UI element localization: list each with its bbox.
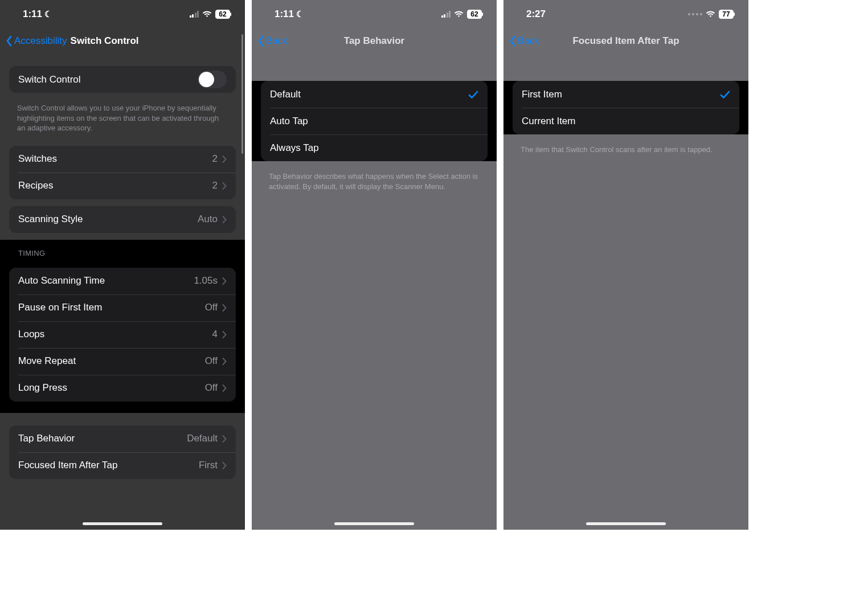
row-value: 1.05s	[194, 275, 218, 286]
option-always-tap[interactable]: Always Tap	[261, 134, 488, 161]
nav-bar: Back Tap Behavior	[252, 28, 497, 54]
screen-switch-control: 1:11 ☾ 62 Accessibility Switch Control S…	[0, 0, 245, 530]
option-label: Always Tap	[270, 142, 319, 154]
cellular-signal-icon	[441, 11, 451, 18]
switches-recipes-group: Switches 2 Recipes 2	[9, 146, 236, 199]
focused-item-footer: The item that Switch Control scans after…	[503, 141, 748, 161]
dnd-moon-icon: ☾	[44, 9, 52, 19]
switch-control-description: Switch Control allows you to use your iP…	[0, 100, 245, 139]
cellular-signal-icon	[190, 11, 199, 18]
option-default[interactable]: Default	[261, 81, 488, 108]
option-label: Current Item	[522, 116, 575, 127]
chevron-right-icon	[222, 384, 227, 392]
options-highlight-zone: First Item Current Item	[503, 81, 748, 134]
row-value: Off	[205, 382, 218, 394]
chevron-right-icon	[222, 155, 227, 163]
status-time: 1:11	[23, 9, 42, 20]
switch-control-toggle-row[interactable]: Switch Control	[9, 66, 236, 93]
auto-scanning-time-row[interactable]: Auto Scanning Time 1.05s	[9, 268, 236, 294]
scanning-style-group: Scanning Style Auto	[9, 206, 236, 233]
home-indicator[interactable]	[83, 522, 162, 525]
home-indicator[interactable]	[586, 522, 666, 525]
row-value: 4	[212, 329, 218, 340]
row-label: Move Repeat	[18, 355, 76, 367]
chevron-right-icon	[222, 358, 227, 365]
tap-behavior-group: Tap Behavior Default Focused Item After …	[9, 425, 236, 479]
row-value: Off	[205, 355, 218, 367]
switch-control-toggle-group: Switch Control	[9, 66, 236, 93]
tap-behavior-row[interactable]: Tap Behavior Default	[9, 425, 236, 452]
option-first-item[interactable]: First Item	[513, 81, 739, 108]
page-title: Tap Behavior	[344, 35, 404, 47]
battery-indicator: 77	[719, 10, 734, 19]
switch-control-toggle[interactable]	[198, 71, 227, 88]
pause-first-item-row[interactable]: Pause on First Item Off	[9, 294, 236, 321]
status-time: 1:11	[275, 9, 294, 20]
wifi-icon	[202, 10, 212, 18]
chevron-left-icon	[257, 35, 264, 47]
option-current-item[interactable]: Current Item	[513, 108, 739, 134]
row-label: Long Press	[18, 382, 67, 394]
move-repeat-row[interactable]: Move Repeat Off	[9, 348, 236, 375]
screen-tap-behavior: 1:11 ☾ 62 Back Tap Behavior Default	[252, 0, 497, 530]
battery-indicator: 62	[215, 10, 230, 19]
row-value: Auto	[198, 214, 218, 225]
chevron-right-icon	[222, 277, 227, 285]
chevron-right-icon	[222, 182, 227, 190]
row-label: Switches	[18, 153, 57, 165]
chevron-right-icon	[222, 462, 227, 469]
loops-row[interactable]: Loops 4	[9, 321, 236, 348]
toggle-label: Switch Control	[18, 74, 81, 85]
option-label: Auto Tap	[270, 116, 308, 127]
wifi-icon	[706, 10, 715, 18]
focused-item-after-tap-row[interactable]: Focused Item After Tap First	[9, 452, 236, 479]
chevron-left-icon	[509, 35, 516, 47]
row-value: Off	[205, 302, 218, 313]
options-highlight-zone: Default Auto Tap Always Tap	[252, 81, 497, 161]
checkmark-icon	[468, 90, 478, 99]
option-label: Default	[270, 89, 301, 100]
focused-item-options: First Item Current Item	[513, 81, 739, 134]
row-value: 2	[212, 153, 218, 165]
status-time: 2:27	[526, 9, 546, 20]
status-bar: 1:11 ☾ 62	[0, 0, 245, 28]
scanning-style-row[interactable]: Scanning Style Auto	[9, 206, 236, 233]
status-bar: 2:27 77	[503, 0, 748, 28]
back-label: Accessibility	[14, 35, 67, 47]
chevron-right-icon	[222, 435, 227, 443]
back-label: Back	[266, 35, 288, 47]
status-bar: 1:11 ☾ 62	[252, 0, 497, 28]
cellular-signal-icon	[688, 13, 702, 15]
screen-focused-item: 2:27 77 Back Focused Item After Tap Firs…	[503, 0, 748, 530]
row-label: Recipes	[18, 180, 53, 191]
row-value: First	[199, 460, 218, 471]
timing-group: Auto Scanning Time 1.05s Pause on First …	[9, 268, 236, 402]
battery-indicator: 62	[467, 10, 482, 19]
back-button[interactable]: Accessibility	[6, 35, 67, 47]
recipes-row[interactable]: Recipes 2	[9, 173, 236, 199]
option-auto-tap[interactable]: Auto Tap	[261, 108, 488, 134]
row-label: Auto Scanning Time	[18, 275, 105, 286]
tap-behavior-options: Default Auto Tap Always Tap	[261, 81, 488, 161]
row-label: Focused Item After Tap	[18, 460, 118, 471]
chevron-right-icon	[222, 304, 227, 312]
nav-bar: Accessibility Switch Control	[0, 28, 245, 54]
row-label: Tap Behavior	[18, 433, 75, 444]
back-label: Back	[518, 35, 539, 47]
back-button[interactable]: Back	[509, 35, 539, 47]
switches-row[interactable]: Switches 2	[9, 146, 236, 173]
chevron-right-icon	[222, 331, 227, 338]
home-indicator[interactable]	[334, 522, 414, 525]
row-label: Pause on First Item	[18, 302, 102, 313]
tap-behavior-footer: Tap Behavior describes what happens when…	[252, 168, 497, 197]
row-label: Loops	[18, 329, 44, 340]
option-label: First Item	[522, 89, 562, 100]
back-button[interactable]: Back	[257, 35, 288, 47]
row-value: 2	[212, 180, 218, 191]
page-title: Focused Item After Tap	[572, 35, 679, 47]
long-press-row[interactable]: Long Press Off	[9, 375, 236, 402]
page-title: Switch Control	[71, 35, 139, 47]
timing-section-header: TIMING	[0, 241, 245, 261]
dnd-moon-icon: ☾	[296, 9, 304, 19]
wifi-icon	[454, 10, 464, 18]
